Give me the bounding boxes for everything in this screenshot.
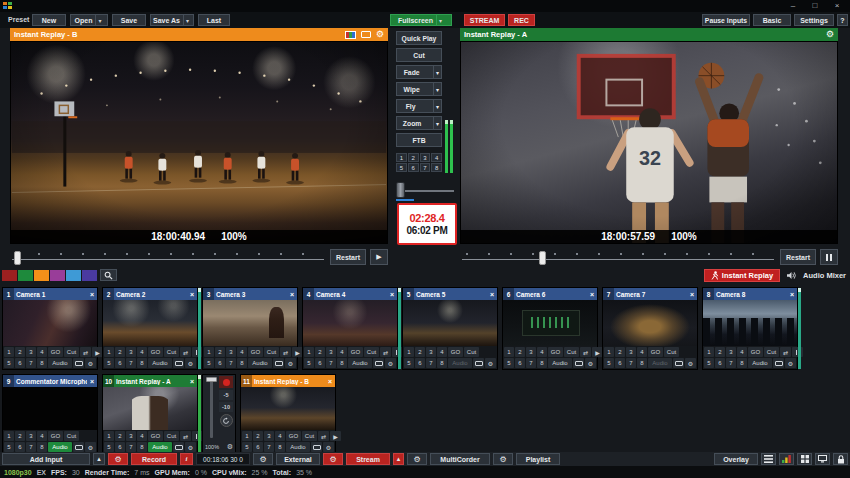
fader-track[interactable] (210, 378, 213, 438)
overlay-3-button[interactable]: 3 (264, 431, 274, 441)
overlay-7-button[interactable]: 7 (426, 358, 436, 368)
preview-left-header[interactable]: Instant Replay - B ⚙ (10, 28, 388, 41)
input-header[interactable]: 8Camera 8× (703, 288, 797, 300)
close-input-button[interactable]: × (387, 291, 397, 298)
input-settings-button[interactable]: ⚙ (285, 358, 296, 368)
overlay-2-button[interactable]: 2 (615, 347, 625, 357)
overlay-3-button[interactable]: 3 (126, 347, 136, 357)
overlay-1-button[interactable]: 1 (304, 347, 314, 357)
overlay-6-button[interactable]: 6 (415, 358, 425, 368)
overlay-2-button[interactable]: 2 (253, 431, 263, 441)
zoom-dropdown-icon[interactable]: ▾ (433, 117, 441, 129)
category-swatch-1[interactable] (2, 270, 17, 281)
playlist-settings-button[interactable]: ⚙ (493, 453, 513, 465)
overlay-7-button[interactable]: 7 (264, 442, 274, 452)
overlay-1-button[interactable]: 1 (404, 347, 414, 357)
go-button[interactable]: GO (286, 431, 301, 441)
overlay-4-button[interactable]: 4 (737, 347, 747, 357)
overlay-7-button[interactable]: 7 (526, 358, 536, 368)
close-input-button[interactable]: × (325, 378, 335, 385)
go-button[interactable]: GO (448, 347, 463, 357)
fullscreen-dropdown-icon[interactable]: ▾ (436, 15, 444, 25)
audio-button[interactable]: Audio (648, 358, 672, 368)
overlay-3-button[interactable]: 3 (26, 431, 36, 441)
overlay-2-button[interactable]: 2 (315, 347, 325, 357)
transition-number-1-button[interactable]: 1 (396, 153, 407, 162)
colorbars-icon[interactable] (345, 31, 356, 39)
new-button[interactable]: New (32, 14, 66, 26)
fade-dropdown-icon[interactable]: ▾ (433, 66, 441, 78)
maximize-button[interactable]: □ (804, 0, 826, 12)
input-header[interactable]: 11Instant Replay - B× (241, 375, 335, 387)
fullscreen-output-button[interactable] (815, 453, 830, 465)
play-button[interactable]: ▶ (370, 249, 388, 265)
input-header[interactable]: 10Instant Replay - A× (103, 375, 197, 387)
go-button[interactable]: GO (48, 431, 63, 441)
input-thumbnail[interactable] (303, 300, 397, 346)
help-button[interactable]: ? (837, 14, 848, 26)
input-thumbnail[interactable] (103, 387, 197, 430)
tbar-handle[interactable] (396, 182, 405, 198)
overlay-8-button[interactable]: 8 (737, 358, 747, 368)
overlay-5-button[interactable]: 5 (104, 442, 114, 452)
input-header[interactable]: 4Camera 4× (303, 288, 397, 300)
fly-dropdown-icon[interactable]: ▾ (433, 100, 441, 112)
quick-play-button[interactable]: Quick Play (396, 31, 442, 45)
reset-knob[interactable] (220, 414, 233, 427)
go-button[interactable]: GO (148, 347, 163, 357)
input-header[interactable]: 9Commentator Microphone× (3, 375, 97, 387)
overlay-2-button[interactable]: 2 (115, 347, 125, 357)
stream-expand-button[interactable]: ▴ (393, 453, 404, 465)
gear-icon[interactable]: ⚙ (826, 30, 834, 39)
transition-number-3-button[interactable]: 3 (420, 153, 431, 162)
overlay-8-button[interactable]: 8 (237, 358, 247, 368)
minimize-button[interactable]: – (782, 0, 804, 12)
transition-number-5-button[interactable]: 5 (396, 163, 407, 172)
multiview-grid-button[interactable] (797, 453, 812, 465)
overlay-7-button[interactable]: 7 (326, 358, 336, 368)
input-thumbnail[interactable] (603, 300, 697, 346)
seek-track[interactable] (12, 259, 324, 260)
gear-icon[interactable]: ⚙ (227, 443, 233, 451)
preview-right-header[interactable]: Instant Replay - A ⚙ (460, 28, 838, 41)
overlay-5-button[interactable]: 5 (304, 358, 314, 368)
open-button[interactable]: Open▾ (70, 14, 108, 26)
overlay-7-button[interactable]: 7 (726, 358, 736, 368)
overlay-8-button[interactable]: 8 (137, 442, 147, 452)
input-settings-button[interactable]: ⚙ (185, 442, 196, 452)
output-monitor-button[interactable] (373, 358, 384, 368)
transition-number-7-button[interactable]: 7 (420, 163, 431, 172)
overlay-8-button[interactable]: 8 (37, 358, 47, 368)
multicorder-button[interactable]: MultiCorder (430, 453, 490, 465)
input-header[interactable]: 5Camera 5× (403, 288, 497, 300)
overlay-1-button[interactable]: 1 (504, 347, 514, 357)
save-button[interactable]: Save (112, 14, 146, 26)
overlay-8-button[interactable]: 8 (637, 358, 647, 368)
overlay-1-button[interactable]: 1 (204, 347, 214, 357)
transition-number-4-button[interactable]: 4 (431, 153, 442, 162)
external-button[interactable]: External (276, 453, 320, 465)
seek-handle[interactable] (14, 251, 21, 265)
lock-button[interactable] (833, 453, 848, 465)
overlay-2-button[interactable]: 2 (715, 347, 725, 357)
close-input-button[interactable]: × (487, 291, 497, 298)
go-button[interactable]: GO (648, 347, 663, 357)
overlay-3-button[interactable]: 3 (426, 347, 436, 357)
category-swatch-3[interactable] (34, 270, 49, 281)
restart-button[interactable]: Restart (330, 249, 366, 265)
audio-button[interactable]: Audio (48, 442, 72, 452)
cut-button[interactable]: Cut (164, 431, 179, 441)
overlay-5-button[interactable]: 5 (604, 358, 614, 368)
overlay-1-button[interactable]: 1 (104, 431, 114, 441)
loop-icon[interactable]: ⇄ (180, 431, 191, 441)
preview-left-video[interactable]: 18:00:40.94 100% (10, 41, 388, 244)
ftb-button[interactable]: FTB (396, 133, 442, 147)
add-input-expand-button[interactable]: ▴ (93, 453, 105, 465)
input-thumbnail[interactable] (241, 387, 335, 430)
overlay-1-button[interactable]: 1 (4, 347, 14, 357)
input-thumbnail[interactable] (3, 387, 97, 430)
category-swatch-6[interactable] (82, 270, 97, 281)
overlay-4-button[interactable]: 4 (337, 347, 347, 357)
loop-icon[interactable]: ⇄ (280, 347, 291, 357)
fly-button[interactable]: Fly▾ (396, 99, 442, 113)
